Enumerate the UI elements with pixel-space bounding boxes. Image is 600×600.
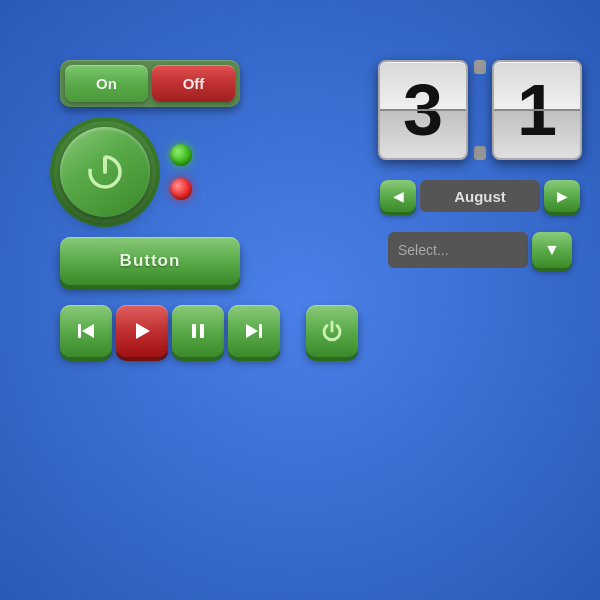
month-navigator: ◀ August ▶ <box>378 180 582 212</box>
left-column: On Off Button <box>60 60 358 388</box>
main-button[interactable]: Button <box>60 237 240 285</box>
hinge-bottom <box>474 146 486 160</box>
svg-rect-6 <box>200 324 204 338</box>
power-button[interactable] <box>60 127 150 217</box>
power-icon <box>83 150 127 194</box>
next-icon <box>243 320 265 342</box>
flip-clock: 3 1 <box>378 60 582 160</box>
toggle-switch: On Off <box>60 60 240 107</box>
next-button[interactable] <box>228 305 280 357</box>
play-icon <box>131 320 153 342</box>
toggle-on-button[interactable]: On <box>65 65 148 102</box>
indicators <box>170 144 192 200</box>
media-controls <box>60 305 280 357</box>
indicator-green <box>170 144 192 166</box>
svg-rect-7 <box>259 324 262 338</box>
hinge-top <box>474 60 486 74</box>
select-container: Select... ▼ <box>378 232 582 268</box>
svg-rect-2 <box>78 324 81 338</box>
indicator-red <box>170 178 192 200</box>
power-small-button[interactable] <box>306 305 358 357</box>
month-prev-button[interactable]: ◀ <box>380 180 416 212</box>
right-column: 3 1 ◀ August ▶ Select... <box>378 60 582 388</box>
select-input[interactable]: Select... <box>388 232 528 268</box>
toggle-off-button[interactable]: Off <box>152 65 235 102</box>
select-placeholder: Select... <box>398 242 449 258</box>
main-container: On Off Button <box>40 40 560 560</box>
dropdown-arrow-icon: ▼ <box>544 241 560 259</box>
flip-digit-1: 3 <box>378 60 468 160</box>
svg-marker-3 <box>82 324 94 338</box>
prev-icon <box>75 320 97 342</box>
select-arrow-button[interactable]: ▼ <box>532 232 572 268</box>
play-button[interactable] <box>116 305 168 357</box>
flip-hinge <box>474 60 486 160</box>
flip-digit-2: 1 <box>492 60 582 160</box>
month-display: August <box>420 180 540 212</box>
svg-marker-8 <box>246 324 258 338</box>
svg-marker-4 <box>136 323 150 339</box>
pause-button[interactable] <box>172 305 224 357</box>
prev-button[interactable] <box>60 305 112 357</box>
power-small-icon <box>318 317 346 345</box>
month-next-button[interactable]: ▶ <box>544 180 580 212</box>
power-area <box>60 127 192 217</box>
svg-rect-5 <box>192 324 196 338</box>
bottom-row <box>60 305 358 357</box>
pause-icon <box>187 320 209 342</box>
